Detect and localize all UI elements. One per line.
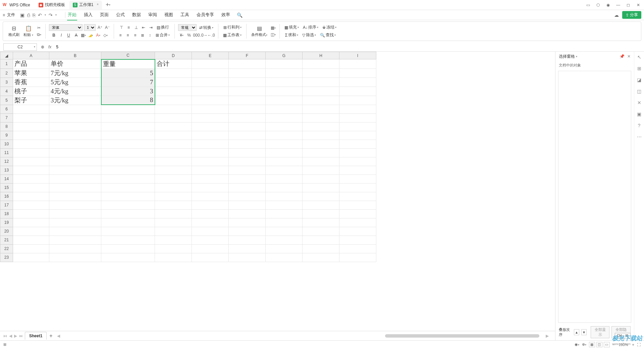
cell-B20[interactable] [49, 227, 101, 236]
cell-H6[interactable] [303, 105, 339, 113]
cell-D20[interactable] [155, 227, 192, 236]
sheet-nav-last[interactable]: ⏭ [18, 334, 24, 338]
cell-A13[interactable] [13, 166, 49, 174]
file-menu[interactable]: 文件 [7, 12, 15, 18]
cell-F19[interactable] [229, 218, 266, 227]
cell-E13[interactable] [192, 166, 229, 174]
col-header-D[interactable]: D [155, 52, 192, 59]
horizontal-scrollbar[interactable] [382, 334, 543, 338]
format-brush-button[interactable]: ⊟格式刷 [7, 24, 21, 38]
chart-icon[interactable]: ◫ [637, 89, 641, 94]
sum-button[interactable]: Σ 求和▾ [284, 32, 300, 38]
font-color-button[interactable]: A▾ [95, 32, 101, 38]
cell-G22[interactable] [266, 244, 303, 253]
more-icon[interactable]: ⋯ [637, 134, 642, 140]
cell-A22[interactable] [13, 244, 49, 253]
cell-C11[interactable] [101, 148, 155, 157]
row-header-12[interactable]: 12 [0, 157, 13, 166]
close-panel-icon[interactable]: ✕ [627, 54, 631, 59]
help-icon[interactable]: ? [638, 123, 641, 128]
row-header-1[interactable]: 1 [0, 59, 13, 69]
cell-E19[interactable] [192, 218, 229, 227]
col-header-E[interactable]: E [192, 52, 229, 59]
find-button[interactable]: 🔍 查找▾ [319, 32, 337, 38]
cell-G23[interactable] [266, 253, 303, 262]
cell-H11[interactable] [303, 148, 339, 157]
cell-D8[interactable] [155, 122, 192, 131]
cell-I12[interactable] [339, 157, 376, 166]
cell-C7[interactable] [101, 113, 155, 122]
cell-C12[interactable] [101, 157, 155, 166]
cell-A8[interactable] [13, 122, 49, 131]
cell-E15[interactable] [192, 183, 229, 192]
cell-I22[interactable] [339, 244, 376, 253]
row-header-6[interactable]: 6 [0, 105, 13, 113]
menu-tab-2[interactable]: 页面 [99, 10, 109, 20]
cell-B6[interactable] [49, 105, 101, 113]
cell-B18[interactable] [49, 209, 101, 218]
cell-C10[interactable] [101, 140, 155, 148]
fullscreen-icon[interactable]: ⛶ [637, 343, 641, 347]
cell-B3[interactable]: 5元/kg [49, 78, 101, 87]
cell-A21[interactable] [13, 236, 49, 244]
cell-G15[interactable] [266, 183, 303, 192]
settings-icon[interactable]: ✕ [637, 100, 641, 105]
copy-icon[interactable]: ⧉▾ [36, 32, 42, 38]
cell-A2[interactable]: 苹果 [13, 68, 49, 78]
cell-F21[interactable] [229, 236, 266, 244]
cell-E23[interactable] [192, 253, 229, 262]
row-header-19[interactable]: 19 [0, 218, 13, 227]
cell-D23[interactable] [155, 253, 192, 262]
worksheet-button[interactable]: ▦ 工作表▾ [222, 32, 243, 38]
cell-E20[interactable] [192, 227, 229, 236]
cut-icon[interactable]: ✂ [36, 25, 42, 31]
clear-format-button[interactable]: ◇▾ [103, 32, 109, 38]
cell-D2[interactable] [155, 68, 192, 78]
cell-F13[interactable] [229, 166, 266, 174]
col-header-B[interactable]: B [49, 52, 101, 59]
cell-A19[interactable] [13, 218, 49, 227]
cell-B9[interactable] [49, 131, 101, 140]
cell-B19[interactable] [49, 218, 101, 227]
cell-H21[interactable] [303, 236, 339, 244]
sheet-nav-prev[interactable]: ◀ [8, 334, 13, 338]
cell-G5[interactable] [266, 96, 303, 105]
cell-H10[interactable] [303, 140, 339, 148]
cell-G4[interactable] [266, 87, 303, 96]
tab-templates[interactable]: ◆ 找稻壳模板 [35, 1, 68, 9]
move-up-button[interactable]: ▴ [574, 329, 579, 335]
row-header-15[interactable]: 15 [0, 183, 13, 192]
cell-G18[interactable] [266, 209, 303, 218]
target-icon[interactable]: ⊕▾ [582, 342, 586, 347]
cell-H15[interactable] [303, 183, 339, 192]
cell-H20[interactable] [303, 227, 339, 236]
cell-C13[interactable] [101, 166, 155, 174]
cell-D17[interactable] [155, 201, 192, 209]
cell-F7[interactable] [229, 113, 266, 122]
cell-H18[interactable] [303, 209, 339, 218]
select-all-corner[interactable]: ◢ [0, 52, 13, 59]
cloud-icon[interactable]: ☁ [614, 12, 619, 18]
col-header-G[interactable]: G [266, 52, 303, 59]
cell-H8[interactable] [303, 122, 339, 131]
cell-D5[interactable] [155, 96, 192, 105]
reader-icon[interactable]: ▭ [585, 2, 591, 8]
tab-list-caret[interactable]: ▾ [109, 3, 110, 6]
cell-I5[interactable] [339, 96, 376, 105]
sheet-nav-first[interactable]: ⏮ [2, 334, 8, 338]
cell-G9[interactable] [266, 131, 303, 140]
filter-button[interactable]: ▽ 筛选▾ [301, 32, 317, 38]
comment-icon[interactable]: ◪ [637, 77, 641, 83]
cell-I21[interactable] [339, 236, 376, 244]
cell-H1[interactable] [303, 59, 339, 69]
row-header-3[interactable]: 3 [0, 78, 13, 87]
cell-I3[interactable] [339, 78, 376, 87]
cell-B16[interactable] [49, 192, 101, 201]
table-style-icon[interactable]: ▦▾ [270, 25, 276, 31]
cell-H9[interactable] [303, 131, 339, 140]
sheet-tab[interactable]: Sheet1 [25, 332, 47, 340]
cell-H2[interactable] [303, 68, 339, 78]
hscroll-left[interactable]: ◀ [56, 334, 61, 338]
cell-B2[interactable]: 7元/kg [49, 68, 101, 78]
user-icon[interactable]: ◉ [605, 2, 611, 8]
